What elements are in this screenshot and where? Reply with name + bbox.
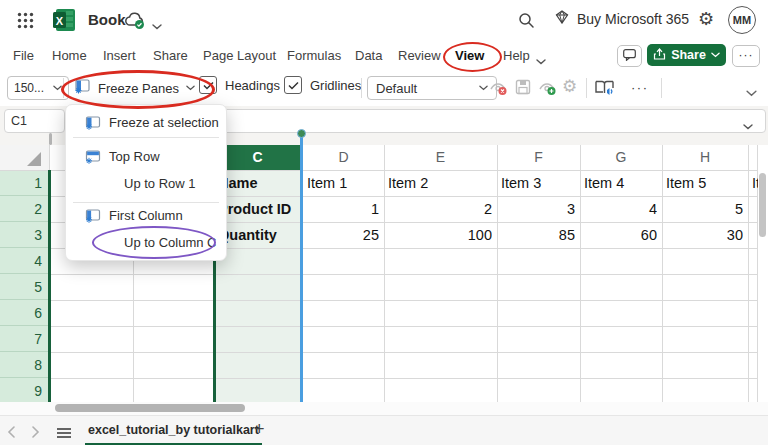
sheet-nav-prev-icon[interactable] — [7, 424, 16, 442]
column-header-g[interactable]: G — [580, 145, 662, 170]
horizontal-scrollbar[interactable] — [55, 404, 245, 412]
cell-I1[interactable]: Ite — [752, 170, 758, 196]
freeze-pane-line[interactable] — [300, 133, 303, 402]
sheet-nav-next-icon[interactable] — [31, 424, 40, 442]
cell-H3[interactable]: 30 — [663, 222, 743, 248]
sheet-list-hamburger-icon[interactable] — [56, 425, 72, 443]
menu-page-layout[interactable]: Page Layout — [203, 48, 276, 63]
cell-H2[interactable]: 5 — [663, 196, 743, 222]
column-header-c[interactable]: C — [214, 145, 301, 170]
column-header-d[interactable]: D — [303, 145, 384, 170]
cell-D1[interactable]: Item 1 — [307, 170, 381, 196]
zoom-level-value: 150... — [14, 81, 44, 95]
expand-formula-bar-chevron-icon[interactable] — [743, 117, 753, 135]
row-header-2[interactable]: 2 — [0, 196, 49, 222]
rowheader-selection-border — [48, 170, 51, 402]
menu-file[interactable]: File — [13, 48, 34, 63]
excel-logo-icon[interactable]: X — [52, 8, 76, 32]
select-all-corner[interactable] — [0, 145, 50, 171]
exit-sheet-view-icon[interactable] — [489, 79, 507, 100]
row-header-4[interactable]: 4 — [0, 248, 49, 274]
row-header-6[interactable]: 6 — [0, 300, 49, 326]
menu-item-freeze-at-selection[interactable]: Freeze at selection — [66, 109, 226, 136]
cell-C2[interactable]: Product ID — [218, 196, 299, 222]
gridline — [662, 145, 663, 402]
hscroll-strip — [0, 402, 768, 415]
cloud-saved-icon[interactable] — [124, 12, 148, 30]
row-header-7[interactable]: 7 — [0, 326, 49, 352]
cell-H1[interactable]: Item 5 — [666, 170, 745, 196]
menu-data[interactable]: Data — [355, 48, 382, 63]
cell-E1[interactable]: Item 2 — [388, 170, 494, 196]
buy-microsoft-365-label: Buy Microsoft 365 — [577, 11, 689, 27]
row-header-5[interactable]: 5 — [0, 274, 49, 300]
cell-E3[interactable]: 100 — [385, 222, 492, 248]
menu-item-up-to-row-1[interactable]: Up to Row 1 — [66, 170, 226, 197]
cell-E2[interactable]: 2 — [385, 196, 492, 222]
toolbar-more-button[interactable]: ··· — [631, 80, 649, 95]
title-chevron-icon[interactable] — [152, 17, 162, 35]
cell-F3[interactable]: 85 — [498, 222, 575, 248]
name-box-value: C1 — [5, 114, 27, 128]
sheet-view-dropdown[interactable]: Default — [367, 76, 497, 100]
ribbon-more-button[interactable]: ··· — [732, 45, 760, 67]
sheet-view-options-gear-icon[interactable]: ⚙ — [562, 76, 577, 96]
red-annotation-circle-freeze-panes — [61, 70, 215, 109]
menu-more-chevron-icon[interactable] — [536, 52, 546, 70]
add-sheet-button[interactable]: + — [254, 419, 265, 440]
share-button-label: Share — [671, 48, 706, 62]
app-launcher-icon[interactable] — [17, 12, 34, 29]
freeze-line-handle-dot[interactable] — [297, 129, 306, 138]
vertical-scrollbar[interactable] — [759, 173, 766, 237]
row-header-9[interactable]: 9 — [0, 378, 49, 402]
menu-item-top-row[interactable]: Top Row — [66, 143, 226, 170]
column-header-f[interactable]: F — [497, 145, 580, 170]
search-icon[interactable] — [518, 12, 535, 33]
sheet-tab-active[interactable]: excel_tutorial_by tutorialkart — [85, 416, 262, 445]
menu-help[interactable]: Help — [503, 48, 530, 63]
column-header-h[interactable]: H — [662, 145, 748, 170]
row-header-1[interactable]: 1 — [0, 170, 49, 196]
cell-D3[interactable]: 25 — [304, 222, 379, 248]
cell-F2[interactable]: 3 — [498, 196, 575, 222]
cell-D2[interactable]: 1 — [304, 196, 379, 222]
gridlines-checkbox[interactable] — [284, 76, 302, 94]
share-icon — [653, 46, 666, 64]
zoom-level-dropdown[interactable]: 150... — [7, 76, 69, 100]
menu-review[interactable]: Review — [398, 48, 441, 63]
comment-icon — [623, 47, 636, 65]
name-box-resize-handle[interactable] — [49, 133, 52, 145]
cell-C3[interactable]: Quantity — [218, 222, 299, 248]
comments-button[interactable] — [617, 45, 642, 67]
avatar[interactable]: MM — [728, 6, 756, 34]
menu-bar: File Home Insert Share Page Layout Formu… — [0, 40, 768, 70]
sheet-tab-label: excel_tutorial_by tutorialkart — [88, 423, 259, 437]
buy-microsoft-365[interactable]: Buy Microsoft 365 — [554, 10, 689, 28]
cell-C1[interactable]: Name — [218, 170, 299, 196]
workbook-title[interactable]: Book — [88, 11, 126, 28]
column-header-e[interactable]: E — [384, 145, 497, 170]
read-aloud-book-icon[interactable] — [594, 79, 616, 100]
menu-home[interactable]: Home — [52, 48, 87, 63]
menu-item-first-column[interactable]: First Column — [66, 202, 226, 229]
menu-share[interactable]: Share — [153, 48, 188, 63]
menu-item-label: First Column — [109, 208, 183, 223]
cell-G2[interactable]: 4 — [581, 196, 657, 222]
menu-insert[interactable]: Insert — [103, 48, 136, 63]
new-sheet-view-icon[interactable] — [538, 79, 556, 100]
cell-F1[interactable]: Item 3 — [501, 170, 577, 196]
collapse-ribbon-chevron-icon[interactable] — [746, 84, 757, 102]
save-sheet-view-icon[interactable] — [515, 79, 531, 99]
cell-G1[interactable]: Item 4 — [584, 170, 659, 196]
gridline — [497, 145, 498, 402]
row-header-8[interactable]: 8 — [0, 352, 49, 378]
more-ellipsis-icon: ··· — [739, 48, 754, 62]
gridlines-toggle[interactable]: Gridlines — [284, 76, 361, 94]
name-box[interactable]: C1 — [4, 109, 65, 133]
menu-formulas[interactable]: Formulas — [287, 48, 341, 63]
share-button[interactable]: Share — [647, 44, 726, 66]
settings-gear-icon[interactable]: ⚙ — [698, 8, 714, 29]
svg-text:X: X — [56, 15, 64, 27]
cell-G3[interactable]: 60 — [581, 222, 657, 248]
row-header-3[interactable]: 3 — [0, 222, 49, 248]
